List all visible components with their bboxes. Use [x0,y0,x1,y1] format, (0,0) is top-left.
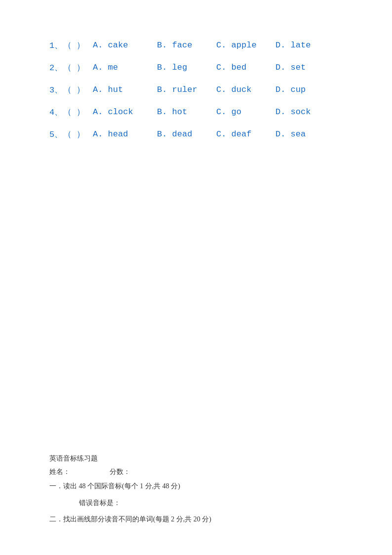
option-d[interactable]: D. late [275,41,335,50]
option-a[interactable]: A. cake [93,41,157,50]
option-a[interactable]: A. clock [93,107,157,117]
answer-bracket[interactable]: （ ） [63,128,93,140]
option-d[interactable]: D. sock [275,107,335,117]
answer-bracket[interactable]: （ ） [63,40,93,51]
option-c[interactable]: C. bed [216,63,275,72]
name-label: 姓名： [49,466,70,478]
option-a[interactable]: A. hut [93,85,157,94]
section-one-label: 一．读出 48 个国际音标(每个 1 分,共 48 分) [49,480,353,492]
answer-bracket[interactable]: （ ） [63,62,93,73]
option-b[interactable]: B. ruler [157,85,216,94]
option-a[interactable]: A. me [93,63,157,72]
option-c[interactable]: C. deaf [216,129,275,139]
option-d[interactable]: D. sea [275,129,335,139]
table-row: 3、 （ ） A. hut B. ruler C. duck D. cup [49,84,353,95]
footer-section: 英语音标练习题 姓名： 分数： 一．读出 48 个国际音标(每个 1 分,共 4… [49,452,353,525]
options-group: A. hut B. ruler C. duck D. cup [93,85,353,94]
table-row: 1、 （ ） A. cake B. face C. apple D. late [49,40,353,51]
section-one-text: 一．读出 48 个国际音标(每个 1 分,共 48 分) [49,482,180,490]
error-label: 错误音标是： [79,497,353,509]
question-number: 3、 [49,84,63,95]
option-a[interactable]: A. head [93,129,157,139]
option-b[interactable]: B. dead [157,129,216,139]
score-label: 分数： [110,466,130,478]
question-number: 2、 [49,62,63,73]
student-info: 姓名： 分数： [49,466,353,478]
error-text: 错误音标是： [79,499,120,507]
section-two-text: 二．找出画线部分读音不同的单词(每题 2 分,共 20 分) [49,515,211,523]
option-c[interactable]: C. duck [216,85,275,94]
option-c[interactable]: C. go [216,107,275,117]
option-b[interactable]: B. face [157,41,216,50]
question-number: 5、 [49,128,63,140]
section-two-label: 二．找出画线部分读音不同的单词(每题 2 分,共 20 分) [49,513,353,525]
answer-bracket[interactable]: （ ） [63,106,93,118]
option-d[interactable]: D. set [275,63,335,72]
quiz-section: 1、 （ ） A. cake B. face C. apple D. late … [49,40,353,140]
answer-bracket[interactable]: （ ） [63,84,93,95]
option-b[interactable]: B. leg [157,63,216,72]
table-row: 5、 （ ） A. head B. dead C. deaf D. sea [49,128,353,140]
page-title: 英语音标练习题 [49,452,353,465]
options-group: A. cake B. face C. apple D. late [93,41,353,50]
question-number: 4、 [49,106,63,118]
option-c[interactable]: C. apple [216,41,275,50]
options-group: A. clock B. hot C. go D. sock [93,107,353,117]
option-b[interactable]: B. hot [157,107,216,117]
question-number: 1、 [49,40,63,51]
table-row: 2、 （ ） A. me B. leg C. bed D. set [49,62,353,73]
table-row: 4、 （ ） A. clock B. hot C. go D. sock [49,106,353,118]
option-d[interactable]: D. cup [275,85,335,94]
page: 1、 （ ） A. cake B. face C. apple D. late … [0,0,392,555]
options-group: A. head B. dead C. deaf D. sea [93,129,353,139]
options-group: A. me B. leg C. bed D. set [93,63,353,72]
